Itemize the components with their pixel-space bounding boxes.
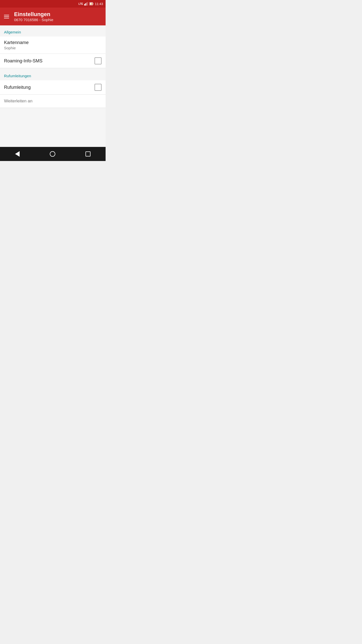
forward-input-item[interactable] [0, 95, 106, 108]
kartenname-subtitle: Sophie [4, 46, 29, 50]
svg-rect-5 [93, 3, 93, 5]
app-bar-title-block: Einstellungen 0670 7016586 - Sophie [14, 11, 53, 22]
kartenname-text-block: Kartenname Sophie [4, 40, 29, 50]
kartenname-title: Kartenname [4, 40, 29, 45]
rufumleitungen-label: Rufumleitungen [4, 74, 31, 78]
rufumleitungen-section-header: Rufumleitungen [0, 68, 106, 80]
battery-icon: ⚡ [89, 2, 94, 6]
roaming-info-sms-item[interactable]: Roaming-Info-SMS [0, 54, 106, 68]
signal-icon [84, 2, 88, 6]
content-area: Allgemein Kartenname Sophie Roaming-Info… [0, 25, 106, 147]
svg-rect-2 [86, 3, 87, 6]
home-button[interactable] [50, 151, 55, 157]
bottom-navigation [0, 147, 106, 161]
allgemein-section-header: Allgemein [0, 25, 106, 36]
app-subtitle: 0670 7016586 - Sophie [14, 18, 53, 22]
app-bar: Einstellungen 0670 7016586 - Sophie [0, 8, 106, 25]
roaming-checkbox[interactable] [95, 57, 102, 64]
roaming-text-block: Roaming-Info-SMS [4, 58, 42, 64]
time-display: 11:43 [95, 2, 103, 6]
recent-button[interactable] [85, 151, 90, 156]
svg-rect-3 [87, 2, 88, 6]
svg-rect-1 [85, 3, 86, 6]
svg-text:⚡: ⚡ [90, 3, 93, 5]
forward-to-input[interactable] [4, 99, 102, 104]
menu-button[interactable] [4, 15, 9, 18]
app-title: Einstellungen [14, 11, 53, 18]
lte-label: LTE [78, 3, 83, 5]
status-bar: LTE ⚡ 11:43 [0, 0, 106, 8]
status-icons: LTE ⚡ 11:43 [78, 2, 103, 6]
rufumleitung-text-block: Rufumleitung [4, 85, 31, 90]
roaming-title: Roaming-Info-SMS [4, 58, 42, 64]
rufumleitung-title: Rufumleitung [4, 85, 31, 90]
rufumleitung-checkbox[interactable] [95, 84, 102, 91]
rufumleitung-item[interactable]: Rufumleitung [0, 80, 106, 95]
svg-rect-0 [84, 4, 85, 6]
kartenname-item[interactable]: Kartenname Sophie [0, 36, 106, 54]
allgemein-label: Allgemein [4, 30, 21, 34]
back-button[interactable] [15, 151, 20, 157]
